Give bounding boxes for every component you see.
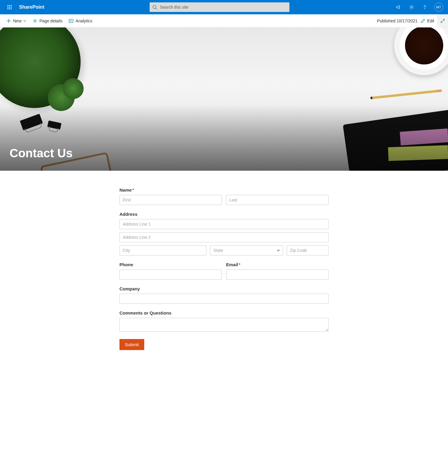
gear-icon: [409, 4, 414, 10]
analytics-button[interactable]: Analytics: [67, 17, 93, 25]
svg-point-15: [34, 20, 36, 21]
company-label: Company: [119, 286, 329, 291]
svg-rect-3: [7, 7, 8, 8]
comments-label: Comments or Questions: [119, 310, 329, 315]
search-icon: [152, 4, 157, 10]
new-label: New: [13, 19, 22, 23]
svg-point-11: [411, 6, 412, 8]
first-name-input[interactable]: [119, 195, 222, 205]
state-select[interactable]: State: [210, 245, 283, 255]
phone-input[interactable]: [119, 269, 222, 280]
megaphone-button[interactable]: [392, 0, 404, 14]
hero-decoration-plant: [0, 27, 81, 108]
company-input[interactable]: [119, 294, 329, 304]
contact-form: Name* Address State Phone: [116, 187, 332, 350]
search-input[interactable]: [160, 5, 287, 10]
required-marker: *: [132, 187, 134, 192]
suite-header: SharePoint MT: [0, 0, 448, 14]
gear-icon: [32, 18, 38, 24]
svg-rect-5: [11, 7, 12, 8]
suite-header-right: MT: [392, 0, 446, 14]
edit-label: Edit: [427, 19, 434, 23]
new-button[interactable]: New: [5, 17, 27, 25]
collapse-icon: [440, 19, 445, 23]
pencil-icon: [421, 19, 425, 23]
name-label: Name*: [119, 187, 329, 192]
email-input[interactable]: [226, 269, 329, 280]
submit-button[interactable]: Submit: [119, 339, 144, 350]
command-bar-left: New Page details Analytics: [5, 17, 93, 25]
page-title: Contact Us: [10, 147, 73, 160]
phone-label: Phone: [119, 262, 222, 267]
hero-decoration-cup: [394, 27, 448, 75]
field-phone-email: Phone Email*: [119, 262, 329, 280]
svg-point-9: [153, 5, 156, 9]
hero-decoration-sticky: [388, 145, 448, 161]
last-name-input[interactable]: [226, 195, 329, 205]
svg-line-20: [443, 19, 445, 20]
hero-decoration-clip: [47, 121, 62, 130]
app-launcher-button[interactable]: [2, 0, 17, 14]
svg-rect-7: [9, 8, 10, 9]
collapse-button[interactable]: [437, 15, 448, 27]
hero-decoration-pencil: [370, 89, 442, 99]
hero-decoration-clip: [20, 114, 43, 130]
search-box[interactable]: [150, 2, 289, 12]
required-marker: *: [239, 262, 240, 267]
analytics-label: Analytics: [76, 19, 92, 23]
published-text: Published 10/17/2021: [377, 19, 417, 23]
state-select-wrap: State: [210, 245, 283, 255]
svg-line-21: [441, 21, 442, 23]
svg-point-12: [424, 8, 425, 9]
hero-decoration-sticky: [400, 128, 448, 145]
chevron-down-icon: [23, 19, 26, 22]
account-avatar[interactable]: MT: [434, 3, 443, 12]
zip-input[interactable]: [287, 245, 329, 255]
settings-button[interactable]: [406, 0, 418, 14]
address-line1-input[interactable]: [119, 219, 329, 229]
hero-decoration-notebook: [343, 110, 448, 171]
field-comments: Comments or Questions: [119, 310, 329, 332]
svg-rect-6: [7, 8, 8, 9]
svg-rect-2: [11, 5, 12, 6]
svg-line-10: [156, 8, 157, 10]
edit-button[interactable]: Edit: [421, 19, 434, 23]
analytics-icon: [68, 18, 74, 24]
field-company: Company: [119, 286, 329, 304]
page-details-label: Page details: [39, 19, 62, 23]
svg-rect-0: [7, 5, 8, 6]
svg-rect-8: [11, 8, 12, 9]
megaphone-icon: [396, 4, 401, 10]
command-bar: New Page details Analytics Published 10/…: [0, 14, 448, 27]
command-bar-right: Published 10/17/2021 Edit: [377, 15, 443, 27]
waffle-icon: [7, 5, 12, 10]
email-label: Email*: [226, 262, 329, 267]
svg-rect-1: [9, 5, 10, 6]
help-button[interactable]: [419, 0, 431, 14]
field-address: Address State: [119, 212, 329, 255]
help-icon: [422, 4, 427, 10]
city-input[interactable]: [119, 245, 206, 255]
search-region: [47, 2, 392, 12]
comments-textarea[interactable]: [119, 318, 329, 332]
page-details-button[interactable]: Page details: [31, 17, 64, 25]
plus-icon: [6, 18, 11, 24]
address-label: Address: [119, 212, 329, 217]
brand-link[interactable]: SharePoint: [17, 4, 47, 10]
field-name: Name*: [119, 187, 329, 205]
hero-banner: Contact Us: [0, 27, 448, 171]
address-line2-input[interactable]: [119, 232, 329, 242]
svg-rect-4: [9, 7, 10, 8]
